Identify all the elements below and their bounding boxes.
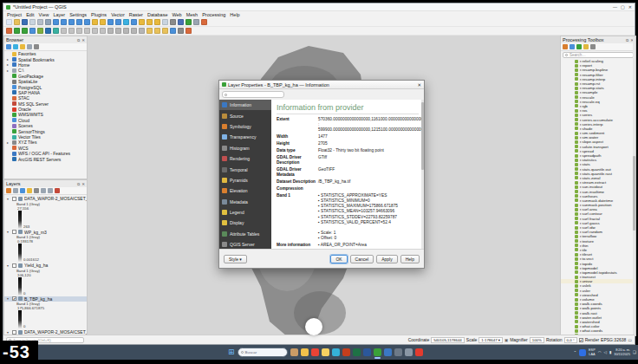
edit-in-place-icon[interactable] [583, 44, 589, 49]
open-project-icon[interactable] [14, 19, 20, 25]
manage-map-themes-icon[interactable] [20, 188, 25, 193]
browser-close-icon[interactable]: ✕ [81, 38, 85, 42]
properties-search-input[interactable] [222, 91, 284, 98]
collapse-all-icon[interactable] [27, 44, 32, 49]
chrome-icon[interactable] [311, 348, 319, 356]
layer-item[interactable]: ▾ DATA_WAPOR-2_MOSAICSET_L3-TBP Band 1 (… [4, 195, 87, 229]
dialog-button[interactable]: Apply [376, 255, 398, 263]
options-icon[interactable] [201, 19, 207, 25]
language-indicator[interactable]: ESPLAA [589, 348, 596, 355]
layers-close-icon[interactable]: ✕ [81, 182, 85, 186]
menu-item[interactable]: Project [7, 12, 22, 17]
dialog-sidebar-item[interactable]: Temporal [219, 164, 271, 174]
toolbox-scrollbar[interactable] [633, 36, 635, 335]
volume-icon[interactable]: ◁ [604, 350, 607, 354]
dialog-sidebar-item[interactable]: QGIS Server [219, 239, 271, 249]
battery-icon[interactable]: ▮ [609, 350, 611, 354]
show-layout-manager-icon[interactable] [37, 19, 43, 25]
add-mesh-layer-icon[interactable] [29, 28, 36, 34]
crs-indicator[interactable]: EPSG:32638 [601, 337, 626, 342]
collapse-all-icon[interactable] [48, 188, 53, 193]
results-viewer-icon[interactable] [576, 44, 582, 49]
pan-to-selection-icon[interactable] [61, 19, 67, 25]
select-by-expression-icon[interactable] [146, 19, 153, 25]
zoom-in-icon[interactable] [68, 19, 75, 25]
start-model-icon[interactable] [563, 44, 568, 49]
measure-line-icon[interactable] [170, 19, 176, 25]
dialog-sidebar-item[interactable]: Rendering [219, 153, 271, 164]
zoom-next-icon[interactable] [115, 19, 121, 25]
style-button[interactable]: Style▾ [224, 255, 247, 263]
layer-visibility-checkbox[interactable] [12, 197, 16, 201]
dialog-sidebar-item[interactable]: Information [219, 100, 271, 110]
show-bookmarks-icon[interactable] [178, 28, 184, 34]
layer-visibility-checkbox[interactable] [12, 263, 16, 268]
settings-icon[interactable] [405, 348, 413, 356]
layers-float-icon[interactable]: ⧉ [77, 182, 80, 186]
pan-map-icon[interactable] [53, 19, 59, 25]
refresh-map-icon[interactable] [123, 19, 129, 25]
wifi-icon[interactable]: ◠ [598, 350, 602, 354]
start-button[interactable]: ⊞ [228, 348, 235, 356]
zoom-to-layer-icon[interactable] [100, 19, 106, 25]
dialog-sidebar-item[interactable]: Metadata [219, 197, 271, 207]
add-group-icon[interactable] [13, 188, 18, 193]
file-explorer-icon[interactable] [301, 348, 309, 356]
photos-icon[interactable] [384, 348, 392, 356]
menu-item[interactable]: Mesh [186, 12, 198, 17]
paste-features-icon[interactable] [123, 28, 129, 34]
dialog-close-icon[interactable]: ✕ [417, 82, 421, 88]
expand-all-icon[interactable] [41, 188, 46, 193]
open-layer-styling-icon[interactable] [6, 188, 11, 193]
scale-combobox[interactable]: 1:178647▾ [478, 337, 503, 343]
layer-item[interactable]: ▾ Yield_kg_ha Band 1 (Gray) 106,120 0 [4, 262, 87, 296]
qgis-taskbar-icon[interactable] [374, 348, 381, 356]
toolbox-float-icon[interactable]: ⧉ [626, 38, 628, 42]
history-icon[interactable] [570, 44, 575, 49]
taskbar-search-input[interactable]: Buscar [238, 348, 288, 357]
deselect-all-icon[interactable] [154, 19, 160, 25]
remove-layer-icon[interactable] [55, 188, 60, 193]
menu-item[interactable]: Database [147, 12, 168, 17]
options-wrench-icon[interactable] [590, 44, 596, 49]
zoom-to-selection-icon[interactable] [92, 19, 98, 25]
map-tips-icon[interactable] [162, 28, 168, 34]
copy-features-icon[interactable] [115, 28, 121, 34]
delete-selected-icon[interactable] [100, 28, 106, 34]
current-edits-icon[interactable] [61, 28, 67, 34]
menu-item[interactable]: Plugins [91, 12, 107, 17]
edge-icon[interactable] [332, 348, 340, 356]
refresh-icon[interactable] [13, 44, 18, 49]
save-project-icon[interactable] [22, 19, 28, 25]
camera-icon[interactable] [394, 348, 402, 356]
dialog-sidebar-item[interactable]: Histogram [219, 143, 271, 153]
menu-item[interactable]: Processing [202, 12, 225, 17]
identify-features-icon[interactable] [131, 19, 137, 25]
tray-app-icon[interactable] [579, 349, 586, 356]
clock[interactable]: 8:20 a. m.30/11/2025 [614, 348, 630, 355]
new-bookmark-icon[interactable] [170, 28, 176, 34]
maximize-button[interactable]: ▢ [621, 4, 625, 10]
layer-visibility-checkbox[interactable] [12, 330, 16, 335]
dialog-scrollbar[interactable] [421, 100, 424, 249]
menu-item[interactable]: View [39, 12, 49, 17]
dialog-sidebar-item[interactable]: Display [219, 218, 271, 228]
lock-scale-icon[interactable]: ▣ [505, 338, 508, 342]
notification-center-icon[interactable]: ❏ [633, 350, 636, 354]
dialog-sidebar-item[interactable]: Symbology [219, 121, 271, 132]
temporal-controller-icon[interactable] [186, 19, 192, 25]
magnifier-input[interactable]: 100% [530, 337, 544, 343]
toolbox-search-input[interactable]: Search… [563, 52, 634, 58]
layer-visibility-checkbox[interactable]: ✔ [12, 296, 16, 301]
close-button[interactable]: ✕ [628, 4, 632, 10]
browser-float-icon[interactable]: ⧉ [77, 38, 80, 42]
dialog-sidebar-item[interactable]: Source [219, 110, 271, 120]
layer-diagram-icon[interactable] [154, 28, 160, 34]
menu-item[interactable]: Web [172, 12, 181, 17]
properties-widget-icon[interactable] [34, 44, 39, 49]
dialog-sidebar-item[interactable]: Transparency [219, 132, 271, 142]
add-delimited-text-icon[interactable] [37, 28, 43, 34]
dialog-button[interactable]: Cancel [350, 255, 374, 263]
redo-icon[interactable] [139, 28, 145, 34]
undo-icon[interactable] [131, 28, 137, 34]
